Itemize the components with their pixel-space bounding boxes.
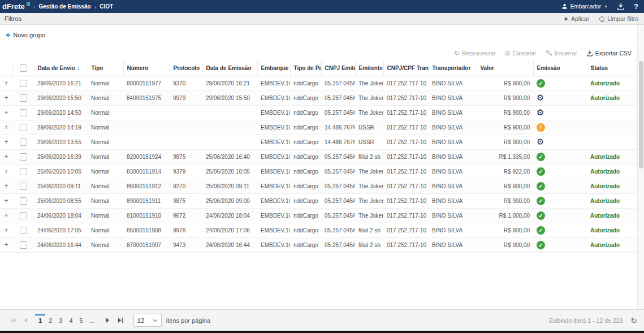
column-header-emitente[interactable]: Emitente bbox=[355, 61, 383, 76]
select-all-checkbox[interactable] bbox=[20, 64, 27, 72]
row-checkbox[interactable] bbox=[20, 109, 27, 116]
apply-filter-button[interactable]: Aplicar bbox=[564, 15, 589, 22]
column-header-protocolo[interactable]: Protocolo bbox=[170, 61, 202, 76]
breadcrumb-ciot[interactable]: CIOT bbox=[100, 3, 113, 10]
column-header-transportador[interactable]: Transportador bbox=[429, 61, 477, 76]
cell-tipo-pagamento: nddCargo bbox=[290, 164, 321, 179]
row-expander[interactable]: + bbox=[0, 105, 12, 120]
row-expander[interactable]: + bbox=[0, 135, 12, 149]
table-row[interactable]: +25/06/2020 10:05Normal83000151914937925… bbox=[0, 164, 637, 179]
first-page-button[interactable] bbox=[7, 314, 19, 327]
column-header-embarque[interactable]: Embarque bbox=[257, 61, 290, 76]
cell-tipo-pagamento: nddCargo bbox=[290, 90, 321, 105]
column-header-data-de-envio[interactable]: Data de Envio↓ bbox=[34, 61, 88, 76]
cell-emitente: The Joker bbox=[355, 90, 383, 105]
cell-embarque: EMBDEV.104791 bbox=[257, 208, 290, 223]
row-expander[interactable]: + bbox=[0, 179, 12, 193]
cell-tipo-pagamento: nddCargo bbox=[290, 76, 321, 90]
row-checkbox[interactable] bbox=[20, 241, 27, 249]
cell-transportador: BINO SILVA bbox=[429, 208, 477, 223]
check-circle-icon: ✓ bbox=[537, 241, 545, 249]
download-button[interactable] bbox=[617, 3, 625, 10]
row-checkbox[interactable] bbox=[20, 94, 27, 102]
cell-emitente: USSR bbox=[355, 120, 383, 135]
row-expander[interactable]: + bbox=[0, 149, 12, 164]
table-row[interactable]: +25/06/2020 08:55Normal89000151911987525… bbox=[0, 193, 637, 208]
page-button-5[interactable]: 5 bbox=[76, 314, 87, 327]
column-header-valor[interactable]: Valor bbox=[477, 61, 533, 76]
reprocess-button[interactable]: ↻ Reprocessar bbox=[454, 50, 496, 57]
page-ellipsis[interactable]: ... bbox=[87, 314, 98, 327]
prev-page-button[interactable] bbox=[19, 314, 32, 327]
table-row[interactable]: +24/06/2020 16:44Normal87000151907947324… bbox=[0, 237, 637, 252]
row-checkbox[interactable] bbox=[20, 212, 27, 219]
cell-status: Autorizado bbox=[587, 193, 637, 208]
row-checkbox[interactable] bbox=[20, 80, 27, 87]
page-button-4[interactable]: 4 bbox=[66, 314, 76, 327]
export-csv-button[interactable]: Exportar CSV bbox=[586, 50, 632, 57]
column-header-data-de-emiss-o[interactable]: Data de Emissão bbox=[202, 61, 257, 76]
new-group-button[interactable]: + Novo grupo bbox=[6, 31, 45, 39]
app-logo[interactable]: dFrete bbox=[2, 2, 30, 11]
next-page-button[interactable] bbox=[102, 314, 114, 327]
eraser-icon bbox=[598, 16, 605, 22]
row-checkbox[interactable] bbox=[20, 139, 27, 146]
column-header-status[interactable]: Status bbox=[587, 61, 637, 76]
page-button-3[interactable]: 3 bbox=[55, 314, 66, 327]
close-ciot-button[interactable]: Encerrar bbox=[546, 50, 577, 57]
row-checkbox[interactable] bbox=[20, 227, 27, 234]
page-button-1[interactable]: 1 bbox=[35, 314, 45, 327]
page-button-2[interactable]: 2 bbox=[45, 314, 55, 327]
row-expander[interactable]: + bbox=[0, 223, 12, 237]
row-expander[interactable]: + bbox=[0, 208, 12, 223]
table-row[interactable]: +29/06/2020 15:50Normal84000151975997929… bbox=[0, 90, 637, 105]
column-header-tipo-de-paga[interactable]: Tipo de Paga... bbox=[290, 61, 321, 76]
cell-data-emissao: 25/06/2020 10:05 bbox=[202, 164, 257, 179]
table-row[interactable]: +24/06/2020 17:05Normal85000151908997824… bbox=[0, 223, 637, 237]
page-size-select[interactable]: 12 bbox=[133, 314, 162, 327]
table-row[interactable]: +29/06/2020 14:50NormalEMBDEV.104857nddC… bbox=[0, 105, 637, 120]
help-button[interactable]: ? bbox=[634, 2, 638, 11]
row-checkbox[interactable] bbox=[20, 168, 27, 175]
table-row[interactable]: +29/06/2020 14:19NormalEMBDEV.104855nddC… bbox=[0, 120, 637, 135]
row-checkbox[interactable] bbox=[20, 153, 27, 161]
table-row[interactable]: +29/06/2020 13:55NormalEMBDEV.104835nddC… bbox=[0, 135, 637, 149]
row-checkbox[interactable] bbox=[20, 197, 27, 205]
row-expander[interactable]: + bbox=[0, 120, 12, 135]
column-header-cnpj-emite[interactable]: CNPJ Emite... bbox=[321, 61, 355, 76]
clear-filter-button[interactable]: Limpar filtro bbox=[598, 15, 638, 22]
column-header-cnpj-cpf-transp[interactable]: CNPJ/CPF Transp... bbox=[383, 61, 429, 76]
row-expander[interactable]: + bbox=[0, 90, 12, 105]
cell-transportador: BINO SILVA bbox=[429, 135, 477, 149]
breadcrumb-gestao-emissao[interactable]: Gestão de Emissão bbox=[38, 3, 90, 10]
row-expander[interactable]: + bbox=[0, 164, 12, 179]
row-checkbox[interactable] bbox=[20, 183, 27, 190]
table-row[interactable]: +29/06/2020 16:21Normal80000151977937029… bbox=[0, 76, 637, 90]
refresh-icon[interactable]: ↻ bbox=[630, 317, 637, 325]
user-menu[interactable]: Embarcador ▼ bbox=[561, 3, 608, 10]
scrollbar-thumb[interactable] bbox=[639, 61, 643, 168]
cell-embarque: EMBDEV.104817 bbox=[257, 149, 290, 164]
cell-numero: 87000151907 bbox=[123, 237, 170, 252]
table-row[interactable]: +25/06/2020 09:11Normal86000151912927025… bbox=[0, 179, 637, 193]
column-header-emiss-o[interactable]: Emissão bbox=[533, 61, 587, 76]
cell-valor: R$ 900,00 bbox=[477, 135, 533, 149]
row-checkbox[interactable] bbox=[20, 124, 27, 131]
gear-icon: ⚙ bbox=[537, 107, 544, 118]
table-row[interactable]: +25/06/2020 16:39Normal82000151924987525… bbox=[0, 149, 637, 164]
row-expander[interactable]: + bbox=[0, 76, 12, 90]
cell-cnpj-cpf-transportador: 017.252.717-10 bbox=[383, 76, 429, 90]
row-expander[interactable]: + bbox=[0, 237, 12, 252]
table-row[interactable]: +24/06/2020 18:04Normal81000151910967224… bbox=[0, 208, 637, 223]
column-header-tipo[interactable]: Tipo bbox=[88, 61, 123, 76]
logo-text: dFrete bbox=[2, 2, 25, 11]
cancel-button[interactable]: ⊘ Cancelar bbox=[504, 50, 536, 57]
select-all-header bbox=[12, 61, 34, 76]
cell-emitente: The Joker bbox=[355, 164, 383, 179]
vertical-scrollbar[interactable] bbox=[637, 25, 644, 309]
last-page-button[interactable] bbox=[114, 314, 127, 327]
cell-cnpj-emitente: 05.257.045/0... bbox=[321, 90, 355, 105]
column-header-n-mero[interactable]: Número bbox=[123, 61, 170, 76]
cell-tipo-pagamento: nddCargo bbox=[290, 149, 321, 164]
row-expander[interactable]: + bbox=[0, 193, 12, 208]
